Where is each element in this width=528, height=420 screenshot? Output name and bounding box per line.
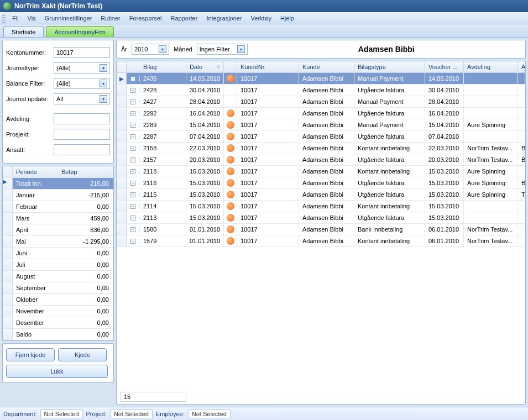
period-header-periode[interactable]: Periode bbox=[13, 169, 57, 175]
period-row[interactable]: Januar-215,00 bbox=[3, 190, 113, 201]
attachment-icon[interactable] bbox=[227, 156, 234, 164]
grid-row[interactable]: +228915.04.201010017Adamsen BibbiManual … bbox=[117, 119, 525, 131]
grid-row[interactable]: +158001.01.201010017Adamsen BibbiBank in… bbox=[117, 224, 525, 235]
expand-icon[interactable]: + bbox=[130, 134, 135, 139]
col-attachments[interactable] bbox=[224, 61, 237, 72]
grid-row[interactable]: +215720.03.201010017Adamsen BibbiUtgåend… bbox=[117, 154, 525, 166]
grid-row[interactable]: +242728.04.201010017Adamsen BibbiManual … bbox=[117, 96, 525, 108]
grid-row[interactable]: +215822.03.201010017Adamsen BibbiKontant… bbox=[117, 143, 525, 154]
journal-update-select[interactable]: All▾ bbox=[54, 93, 110, 104]
expand-icon[interactable]: + bbox=[130, 99, 135, 104]
col-kundenr[interactable]: KundeNr. bbox=[237, 61, 299, 72]
col-bilagstype[interactable]: Bilagstype bbox=[354, 61, 425, 72]
expand-icon[interactable]: + bbox=[130, 216, 135, 221]
kjede-button[interactable]: Kjede bbox=[58, 348, 107, 361]
attachment-icon[interactable] bbox=[227, 179, 234, 187]
period-row[interactable]: November0,00 bbox=[3, 306, 113, 317]
grid-row[interactable]: +157901.01.201010017Adamsen BibbiKontant… bbox=[117, 235, 525, 247]
avdeling-input[interactable] bbox=[54, 113, 110, 124]
menu-vis[interactable]: Vis bbox=[23, 15, 40, 22]
chevron-down-icon[interactable]: ▾ bbox=[237, 45, 245, 53]
expand-icon[interactable]: + bbox=[130, 204, 135, 209]
expand-icon[interactable]: + bbox=[130, 111, 135, 116]
journaltype-select[interactable]: (Alle)▾ bbox=[54, 62, 110, 74]
col-bilag[interactable]: Bilag bbox=[140, 61, 186, 72]
status-employee-value[interactable]: Not Selected bbox=[188, 410, 231, 418]
chevron-down-icon[interactable]: ▾ bbox=[159, 45, 166, 53]
ansatt-input[interactable] bbox=[54, 144, 110, 155]
expand-icon[interactable]: + bbox=[130, 169, 135, 174]
menu-hjelp[interactable]: Hjelp bbox=[276, 15, 299, 22]
expand-icon[interactable]: + bbox=[130, 181, 135, 186]
attachment-icon[interactable] bbox=[227, 214, 234, 222]
grid-row[interactable]: +211315.03.201010017Adamsen BibbiUtgåend… bbox=[117, 212, 525, 224]
grid-row[interactable]: +242830.04.201010017Adamsen BibbiUtgåend… bbox=[117, 85, 525, 96]
grid-row[interactable]: +229216.04.201010017Adamsen BibbiUtgåend… bbox=[117, 108, 525, 119]
balance-filter-select[interactable]: (Alle)▾ bbox=[54, 78, 110, 89]
chevron-down-icon[interactable]: ▾ bbox=[100, 64, 107, 72]
period-row[interactable]: Mars459,00 bbox=[3, 213, 113, 224]
expand-icon[interactable]: + bbox=[130, 123, 135, 128]
menu-verktøy[interactable]: Verktøy bbox=[247, 15, 276, 22]
attachment-icon[interactable] bbox=[227, 75, 234, 82]
expand-icon[interactable]: + bbox=[130, 76, 135, 81]
grid-row[interactable]: +211515.03.201010017Adamsen BibbiUtgåend… bbox=[117, 189, 525, 201]
period-row[interactable]: Mai-1 295,00 bbox=[3, 236, 113, 248]
period-row[interactable]: Desember0,00 bbox=[3, 317, 113, 329]
attachment-icon[interactable] bbox=[227, 191, 234, 198]
period-row[interactable]: Juli0,00 bbox=[3, 259, 113, 271]
period-row[interactable]: Oktober0,00 bbox=[3, 294, 113, 306]
grid-row[interactable]: +228707.04.201010017Adamsen BibbiUtgåend… bbox=[117, 131, 525, 143]
status-project-value[interactable]: Not Selected bbox=[110, 410, 153, 418]
period-row[interactable]: Juni0,00 bbox=[3, 248, 113, 259]
ar-select[interactable]: 2010▾ bbox=[132, 44, 169, 55]
attachment-icon[interactable] bbox=[227, 109, 234, 117]
kontonummer-input[interactable]: 10017 bbox=[54, 47, 110, 58]
attachment-icon[interactable] bbox=[227, 225, 234, 233]
menu-rutiner[interactable]: Rutiner bbox=[96, 15, 124, 22]
period-row[interactable]: ▶Totalt Inn.215,00 bbox=[3, 178, 113, 190]
grid-row[interactable]: +211615.03.201010017Adamsen BibbiUtgåend… bbox=[117, 177, 525, 189]
col-avdeling[interactable]: Avdeling bbox=[464, 61, 518, 72]
expand-icon[interactable]: + bbox=[130, 227, 135, 232]
period-row[interactable]: Saldo0,00 bbox=[3, 329, 113, 340]
col-voucher[interactable]: Voucher ... bbox=[425, 61, 464, 72]
menu-forespørsel[interactable]: Forespørsel bbox=[125, 15, 166, 22]
attachment-icon[interactable] bbox=[227, 237, 234, 245]
period-row[interactable]: September0,00 bbox=[3, 282, 113, 294]
tab-startside[interactable]: Startside bbox=[3, 26, 44, 37]
col-ans[interactable]: Ans bbox=[518, 61, 525, 72]
menu-rapporter[interactable]: Rapporter bbox=[166, 15, 202, 22]
grid-row[interactable]: ▶+243614.05.201010017Adamsen BibbiManual… bbox=[117, 73, 525, 85]
attachment-icon[interactable] bbox=[227, 121, 234, 129]
menu-fil[interactable]: Fil bbox=[8, 15, 23, 22]
col-kunde[interactable]: Kunde bbox=[299, 61, 354, 72]
attachment-icon[interactable] bbox=[227, 202, 234, 210]
grid-row[interactable]: +211415.03.201010017Adamsen BibbiKontant… bbox=[117, 201, 525, 212]
lukk-button[interactable]: Lukk bbox=[6, 365, 108, 378]
chevron-down-icon[interactable]: ▾ bbox=[100, 95, 107, 103]
expand-icon[interactable]: + bbox=[130, 192, 135, 197]
attachment-icon[interactable] bbox=[227, 144, 234, 152]
period-row[interactable]: Februar0,00 bbox=[3, 201, 113, 213]
period-row[interactable]: April836,00 bbox=[3, 224, 113, 236]
menu-integrasjoner[interactable]: Integrasjoner bbox=[202, 15, 246, 22]
maned-select[interactable]: Ingen Filter▾ bbox=[197, 44, 248, 55]
status-department-value[interactable]: Not Selected bbox=[40, 410, 83, 418]
prosjekt-input[interactable] bbox=[54, 129, 110, 140]
expand-icon[interactable]: + bbox=[130, 239, 135, 244]
ansatt-label: Ansatt: bbox=[6, 146, 54, 153]
expand-icon[interactable]: + bbox=[130, 88, 135, 93]
fjern-kjede-button[interactable]: Fjern kjede bbox=[6, 348, 55, 361]
col-dato[interactable]: Dato▽ bbox=[186, 61, 224, 72]
grid-row[interactable]: +211815.03.201010017Adamsen BibbiKontant… bbox=[117, 166, 525, 177]
menu-grunninnstillinger[interactable]: Grunninnstillinger bbox=[40, 15, 97, 22]
chevron-down-icon[interactable]: ▾ bbox=[100, 80, 107, 87]
expand-icon[interactable]: + bbox=[130, 158, 135, 162]
period-header-belop[interactable]: Beløp bbox=[57, 169, 113, 175]
tab-account-inquiry[interactable]: AccountInquiryFrm bbox=[46, 26, 113, 37]
attachment-icon[interactable] bbox=[227, 167, 234, 175]
expand-icon[interactable]: + bbox=[130, 146, 135, 151]
attachment-icon[interactable] bbox=[227, 133, 234, 140]
period-row[interactable]: August0,00 bbox=[3, 271, 113, 282]
